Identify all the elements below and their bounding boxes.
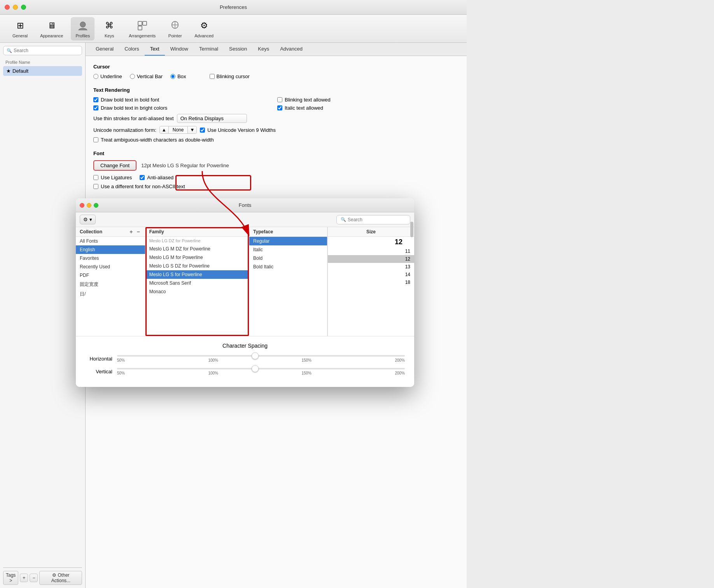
blinking-text-option[interactable]: Blinking text allowed <box>277 97 459 103</box>
toolbar-appearance[interactable]: 🖥 Appearance <box>35 17 68 40</box>
ambiguous-option[interactable]: Treat ambiguous-width characters as doub… <box>93 137 214 143</box>
advanced-label: Advanced <box>194 33 214 38</box>
collection-column: Collection + − All Fonts English Favorit… <box>76 227 145 336</box>
size-header: Size <box>328 227 414 237</box>
typeface-item[interactable]: Bold Italic <box>249 262 327 271</box>
unicode-stepper-down[interactable]: ▼ <box>188 126 196 133</box>
typeface-column: Typeface Regular Italic Bold Bold Italic <box>249 227 327 336</box>
cursor-box[interactable]: Box <box>170 74 186 79</box>
draw-bold-bright-option[interactable]: Draw bold text in bright colors <box>93 105 275 111</box>
draw-bold-bold-option[interactable]: Draw bold text in bold font <box>93 97 275 103</box>
typeface-item[interactable]: Regular <box>249 237 327 245</box>
fonts-search-input[interactable] <box>348 217 406 222</box>
minimize-button[interactable] <box>13 5 18 10</box>
horizontal-thumb[interactable] <box>252 352 259 359</box>
search-input[interactable] <box>14 48 79 53</box>
collection-remove-button[interactable]: − <box>135 229 141 234</box>
cursor-underline[interactable]: Underline <box>93 74 122 79</box>
typeface-item[interactable]: Italic <box>249 245 327 254</box>
vertical-ticks: 50% 100% 150% 200% <box>117 371 405 375</box>
tab-general[interactable]: General <box>90 43 119 56</box>
profile-default[interactable]: ★ Default <box>3 66 82 76</box>
collection-item[interactable]: Favorites <box>76 254 145 262</box>
arrangements-icon <box>136 19 149 32</box>
tab-keys[interactable]: Keys <box>252 43 275 56</box>
unicode-v9-option[interactable]: Use Unicode Version 9 Widths <box>200 127 276 133</box>
size-scrollbar[interactable] <box>410 227 413 237</box>
size-item[interactable]: 11 <box>328 247 414 255</box>
toolbar-general[interactable]: ⊞ General <box>8 17 32 40</box>
title-bar: Preferences <box>0 0 467 15</box>
size-item[interactable]: 18 <box>328 278 414 286</box>
unicode-stepper-value: None <box>168 126 188 133</box>
size-item[interactable]: 14 <box>328 271 414 278</box>
tab-session[interactable]: Session <box>224 43 252 56</box>
toolbar-keys[interactable]: ⌘ Keys <box>98 17 121 40</box>
size-item[interactable]: 12 <box>328 237 414 247</box>
popup-maximize-button[interactable] <box>94 203 98 208</box>
size-header-label: Size <box>366 229 376 234</box>
tab-bar: General Colors Text Window Terminal Sess… <box>86 43 467 56</box>
unicode-stepper-up[interactable]: ▲ <box>160 126 168 133</box>
collection-item[interactable]: All Fonts <box>76 237 145 245</box>
toolbar-arrangements[interactable]: Arrangements <box>124 17 160 40</box>
family-item[interactable]: Meslo LG M for Powerline <box>145 253 249 262</box>
font-row: Change Font 12pt Meslo LG S Regular for … <box>93 160 459 171</box>
collection-item[interactable]: 日/ <box>76 289 145 299</box>
fonts-search-box[interactable]: 🔍 <box>336 215 410 224</box>
tab-window[interactable]: Window <box>165 43 194 56</box>
toolbar-pointer[interactable]: Pointer <box>163 17 187 40</box>
collection-item[interactable]: Recently Used <box>76 262 145 271</box>
font-description: 12pt Meslo LG S Regular for Powerline <box>141 163 229 168</box>
keys-icon: ⌘ <box>103 19 116 32</box>
collection-item[interactable]: 固定宽度 <box>76 280 145 289</box>
popup-minimize-button[interactable] <box>87 203 91 208</box>
vertical-thumb[interactable] <box>252 365 259 372</box>
toolbar-advanced[interactable]: ⚙ Advanced <box>190 17 218 40</box>
close-button[interactable] <box>5 5 10 10</box>
thin-strokes-dropdown-wrapper: On Retina Displays Always Never <box>177 114 247 123</box>
vertical-spacing-row: Vertical 50% 100% 150% 200% <box>85 368 405 375</box>
collection-add-button[interactable]: + <box>128 229 134 234</box>
tab-terminal[interactable]: Terminal <box>194 43 224 56</box>
family-item[interactable]: Meslo LG S DZ for Powerline <box>145 262 249 270</box>
italic-text-option[interactable]: Italic text allowed <box>277 105 459 111</box>
collection-item[interactable]: PDF <box>76 271 145 280</box>
family-item[interactable]: Meslo LG DZ for Powerline <box>145 237 249 245</box>
tags-button[interactable]: Tags > <box>3 571 18 585</box>
thin-strokes-select[interactable]: On Retina Displays Always Never <box>177 114 247 123</box>
collection-item[interactable]: English <box>76 245 145 254</box>
typeface-header: Typeface <box>249 227 327 237</box>
remove-profile-button[interactable]: − <box>30 574 38 582</box>
fonts-gear-button[interactable]: ⚙ ▾ <box>80 215 96 224</box>
size-item[interactable]: 13 <box>328 263 414 271</box>
family-item[interactable]: Microsoft Sans Serif <box>145 279 249 287</box>
verticalbar-label: Vertical Bar <box>137 74 163 79</box>
pointer-label: Pointer <box>168 33 182 38</box>
other-actions-button[interactable]: ⚙ Other Actions... <box>39 571 82 585</box>
tab-text[interactable]: Text <box>145 43 165 56</box>
anti-aliased-option[interactable]: Anti-aliased <box>140 175 173 180</box>
cursor-verticalbar[interactable]: Vertical Bar <box>130 74 163 79</box>
toolbar-profiles[interactable]: Profiles <box>71 17 94 40</box>
diff-font-option[interactable]: Use a different font for non-ASCII text <box>93 184 185 189</box>
text-rendering-section: Text Rendering Draw bold text in bold fo… <box>93 87 459 143</box>
tab-advanced[interactable]: Advanced <box>275 43 308 56</box>
window-title: Preferences <box>220 4 247 10</box>
ligatures-option[interactable]: Use Ligatures <box>93 175 132 180</box>
typeface-item[interactable]: Bold <box>249 254 327 262</box>
maximize-button[interactable] <box>21 5 26 10</box>
vertical-label: Vertical <box>85 369 112 374</box>
family-item[interactable]: Monaco <box>145 287 249 296</box>
size-item-selected[interactable]: 12 <box>328 255 414 263</box>
search-box[interactable]: 🔍 <box>3 46 82 55</box>
change-font-button[interactable]: Change Font <box>93 160 136 171</box>
add-profile-button[interactable]: + <box>20 574 28 582</box>
family-header: Family <box>145 227 249 237</box>
horizontal-slider-container: 50% 100% 150% 200% <box>117 355 405 362</box>
family-item[interactable]: Meslo LG M DZ for Powerline <box>145 245 249 253</box>
blinking-cursor-option[interactable]: Blinking cursor <box>210 74 250 79</box>
family-item-selected[interactable]: Meslo LG S for Powerline <box>145 270 249 279</box>
tab-colors[interactable]: Colors <box>119 43 145 56</box>
popup-close-button[interactable] <box>80 203 84 208</box>
